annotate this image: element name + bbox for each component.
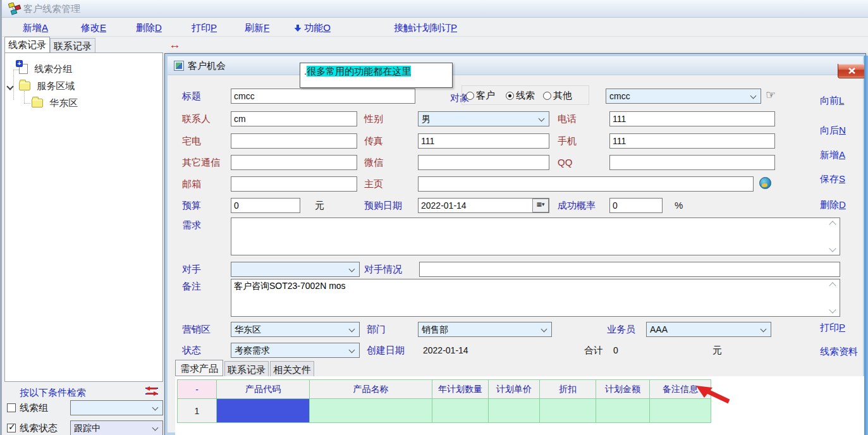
competitor-info-input[interactable] (419, 262, 840, 277)
create-date-label: 创建日期 (367, 345, 405, 357)
title-input[interactable] (231, 89, 415, 104)
nav-print-link[interactable]: 打印P (820, 322, 845, 334)
table-row: 1 (178, 399, 711, 423)
fax-input[interactable] (418, 133, 549, 149)
mobile-input[interactable] (609, 133, 775, 149)
nav-save-link[interactable]: 保存S (820, 173, 845, 185)
tab-related-files[interactable]: 相关文件 (270, 361, 314, 376)
toolbar-contact-plan-button[interactable]: 接触计划制订P (394, 22, 457, 34)
other-comm-label: 其它通信 (182, 157, 220, 169)
grid-cell-annual-qty[interactable] (432, 399, 489, 423)
radio-icon (466, 92, 474, 100)
lead-status-filter-select[interactable]: 跟踪中 (70, 420, 163, 435)
radio-icon (506, 92, 514, 100)
globe-icon[interactable] (759, 177, 771, 189)
toolbar-functions-button[interactable]: 功能O (294, 22, 331, 34)
grid-header-row: - 产品代码 产品名称 年计划数量 计划单价 折扣 计划金额 备注信息 (178, 380, 711, 399)
status-select[interactable]: 考察需求 (231, 343, 360, 358)
email-input[interactable] (231, 176, 357, 192)
department-label: 部门 (367, 324, 386, 336)
swap-arrows-icon[interactable] (145, 386, 159, 396)
tab-lead-records[interactable]: 线索记录 (4, 37, 50, 53)
nav-next-link[interactable]: 向后N (820, 125, 846, 137)
gender-select[interactable]: 男 (418, 111, 549, 126)
tree-item-huadong[interactable]: 华东区 (32, 97, 78, 109)
tooltip: .很多常用的功能都在这里 (300, 63, 453, 88)
hand-pointer-icon[interactable]: ☞ (766, 88, 776, 102)
grid-cell-product-code[interactable] (217, 399, 310, 423)
chevron-down-icon (541, 326, 547, 333)
nav-delete-link[interactable]: 删除D (820, 199, 846, 211)
grid-header-discount: 折扣 (540, 380, 596, 399)
lead-group-filter-select[interactable] (70, 400, 163, 415)
contact-label: 联系人 (182, 113, 211, 125)
resize-arrow-icon: ↔ (169, 38, 181, 52)
other-comm-input[interactable] (231, 155, 357, 170)
grid-header-annual-qty: 年计划数量 (432, 380, 489, 399)
window-edge (864, 56, 868, 435)
remark-textarea[interactable]: 客户咨询SOT23-7002N mos (231, 279, 840, 317)
tab-contact-records[interactable]: 联系记录 (50, 38, 95, 53)
competitor-label: 对手 (182, 264, 201, 276)
wechat-input[interactable] (418, 155, 549, 170)
demand-textarea[interactable] (231, 218, 840, 255)
lead-status-checkbox[interactable] (7, 424, 16, 432)
lead-group-checkbox[interactable] (7, 403, 16, 412)
homepage-input[interactable] (418, 176, 754, 192)
qq-label: QQ (558, 157, 572, 168)
toolbar-print-button[interactable]: 打印P (192, 22, 217, 34)
grid-cell-plan-amount[interactable] (596, 399, 650, 423)
phone-label: 电话 (558, 113, 577, 125)
nav-lead-info-link[interactable]: 线索资料 (820, 346, 858, 358)
tooltip-highlight: 很多常用的功能都在这里 (307, 66, 411, 77)
grid-corner-header: - (178, 380, 217, 399)
chevron-down-icon (152, 425, 159, 431)
success-rate-unit: % (675, 200, 683, 211)
toolbar-refresh-button[interactable]: 刷新F (245, 22, 269, 34)
grid-cell-plan-price[interactable] (489, 399, 540, 423)
budget-input[interactable] (231, 198, 300, 213)
target-radio-customer[interactable]: 客户 (466, 90, 495, 102)
phone-input[interactable] (609, 111, 775, 126)
target-radio-other[interactable]: 其他 (543, 90, 572, 102)
dialog-titlebar[interactable]: 客户机会 (168, 56, 863, 75)
calendar-icon[interactable]: ▦▾ (532, 199, 549, 212)
close-icon[interactable] (838, 64, 865, 78)
grid-cell-discount[interactable] (540, 399, 596, 423)
tree-item-lead-group[interactable]: 线索分组 (19, 63, 72, 75)
expander-chevron-icon[interactable] (6, 83, 13, 90)
nav-previous-link[interactable]: 向前L (820, 95, 844, 107)
toolbar-delete-button[interactable]: 删除D (136, 22, 162, 34)
qq-input[interactable] (609, 155, 775, 170)
target-ref-select[interactable]: cmcc (606, 89, 761, 104)
app-icon (8, 3, 22, 15)
competitor-select[interactable] (231, 262, 360, 277)
lead-group-filter-label: 线索组 (20, 402, 48, 414)
grid-cell-product-name[interactable] (310, 399, 432, 423)
marketing-area-select[interactable]: 华东区 (231, 322, 360, 337)
tree-item-service-area[interactable]: 服务区域 (8, 80, 75, 92)
homepage-label: 主页 (364, 178, 383, 190)
tree-connector (24, 103, 30, 104)
toolbar-edit-button[interactable]: 修改E (81, 22, 106, 34)
tab-contact-log[interactable]: 联系记录 (224, 361, 269, 376)
success-rate-label: 成功概率 (558, 200, 596, 212)
search-panel: 按以下条件检索 线索组 线索状态 跟踪中 (4, 382, 163, 435)
create-date-value: 2022-01-14 (423, 345, 468, 355)
budget-label: 预算 (182, 200, 201, 212)
toolbar-new-button[interactable]: 新增A (23, 22, 48, 34)
nav-add-link[interactable]: 新增A (820, 149, 845, 161)
success-rate-input[interactable] (609, 198, 663, 213)
department-select[interactable]: 销售部 (418, 322, 552, 337)
tab-demand-products[interactable]: 需求产品 (175, 360, 223, 376)
contact-input[interactable] (231, 111, 357, 126)
total-value: 0 (613, 345, 618, 355)
window-title: 客户线索管理 (23, 3, 80, 15)
chevron-down-icon (349, 326, 355, 333)
total-unit: 元 (712, 345, 722, 357)
home-phone-input[interactable] (231, 133, 357, 149)
salesperson-select[interactable]: AAA (646, 322, 771, 337)
purchase-date-input[interactable] (418, 198, 549, 213)
target-radio-lead[interactable]: 线索 (506, 90, 535, 102)
chevron-down-icon (761, 326, 767, 333)
